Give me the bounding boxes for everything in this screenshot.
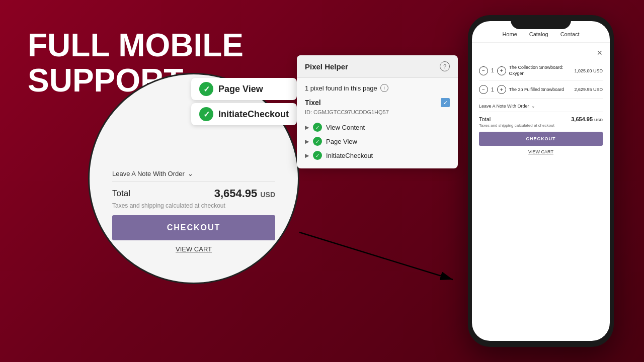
qty-number: 1 <box>491 68 494 73</box>
phone-total-amount: 3,654.95 USD <box>571 116 603 122</box>
qty-control: − 1 + <box>479 66 506 75</box>
svg-line-0 <box>299 232 453 280</box>
circle-checkout-button[interactable]: CHECKOUT <box>112 215 275 240</box>
event-badge-label: Page View <box>218 84 263 95</box>
check-icon: ✓ <box>199 82 213 96</box>
event-name: View Content <box>326 124 365 131</box>
cart-item-left: − 1 + The Collection Snowboard: Oxygen <box>479 65 570 76</box>
circle-total-label: Total <box>112 189 130 199</box>
qty-control: − 1 + <box>479 85 506 94</box>
arrow-icon: ▶ <box>305 124 309 131</box>
phone-view-cart[interactable]: VIEW CART <box>479 146 603 158</box>
phone-leave-note[interactable]: Leave A Note With Order ⌄ <box>479 99 603 112</box>
event-name: InitiateCheckout <box>326 152 373 159</box>
event-name: Page View <box>326 138 357 145</box>
phone-total-label: Total <box>479 116 491 122</box>
pixel-helper-help-icon[interactable]: ? <box>440 61 450 71</box>
circle-leave-note[interactable]: Leave A Note With Order ⌄ <box>112 166 275 182</box>
circle-tax-note: Taxes and shipping calculated at checkou… <box>112 202 275 209</box>
qty-increase-btn[interactable]: + <box>497 66 506 75</box>
tixel-id: ID: CGMJGTCC97UCDDG1HQ57 <box>305 109 450 115</box>
event-badge-pageview: ✓ Page View <box>191 78 297 100</box>
pixel-event-row[interactable]: ▶ ✓ View Content <box>305 120 450 134</box>
event-badge-label: InitiateCheckout <box>218 109 289 120</box>
cart-item-left: − 1 + The 3p Fulfilled Snowboard <box>479 85 564 94</box>
phone-total-row: Total 3,654.95 USD <box>479 112 603 123</box>
phone-tax-note: Taxes and shipping calculated at checkou… <box>479 123 603 128</box>
phone-checkout-button[interactable]: CHECKOUT <box>479 132 603 146</box>
circle-total-row: Total 3,654.95 USD <box>112 182 275 202</box>
phone-cart-content: ✕ − 1 + The Collection Snowboard: Oxygen… <box>472 43 610 164</box>
cart-item-name: The Collection Snowboard: Oxygen <box>509 65 570 76</box>
phone-close-bar: ✕ <box>479 49 603 57</box>
cart-item: − 1 + The 3p Fulfilled Snowboard 2,629.9… <box>479 81 603 99</box>
circle-inner-content: Leave A Note With Order ⌄ Total 3,654.95… <box>88 166 299 258</box>
pixel-event-row[interactable]: ▶ ✓ Page View <box>305 134 450 148</box>
phone-notch <box>511 15 571 29</box>
event-badge-initiatecheckout: ✓ InitiateCheckout <box>191 103 297 125</box>
heading-line1: FULL MOBILE <box>28 28 244 63</box>
pixel-helper-title: Pixel Helper <box>305 62 348 71</box>
pixel-found-text: 1 pixel found in this page i <box>305 84 450 92</box>
phone-close-button[interactable]: ✕ <box>597 49 603 57</box>
phone-nav-catalog[interactable]: Catalog <box>529 31 548 37</box>
pixel-helper-body: 1 pixel found in this page i Tixel ✓ ID:… <box>297 78 458 168</box>
event-check-icon: ✓ <box>313 151 322 160</box>
cart-item-price: 2,629.95 USD <box>574 87 603 92</box>
tixel-name: Tixel <box>305 99 321 107</box>
chevron-down-icon: ⌄ <box>188 170 193 177</box>
circle-leave-note-text: Leave A Note With Order <box>112 170 185 177</box>
event-check-icon: ✓ <box>313 123 322 132</box>
pixel-info-icon[interactable]: i <box>380 84 388 92</box>
circle-total-amount: 3,654.95 USD <box>214 187 275 200</box>
circle-top-events: ✓ Page View ✓ InitiateCheckout <box>191 78 297 125</box>
tixel-checkbox[interactable]: ✓ <box>441 98 450 107</box>
qty-increase-btn[interactable]: + <box>497 85 506 94</box>
qty-number: 1 <box>491 87 494 93</box>
arrow-icon: ▶ <box>305 138 309 145</box>
phone-nav-home[interactable]: Home <box>502 31 517 37</box>
phone-screen: Home Catalog Contact ✕ − 1 + The Collect… <box>472 21 610 341</box>
cart-item-name: The 3p Fulfilled Snowboard <box>509 87 565 93</box>
tixel-row: Tixel ✓ <box>305 98 450 107</box>
event-check-icon: ✓ <box>313 137 322 146</box>
pixel-helper-popup: Pixel Helper ? 1 pixel found in this pag… <box>297 55 458 168</box>
pixel-event-row[interactable]: ▶ ✓ InitiateCheckout <box>305 148 450 162</box>
chevron-down-icon: ⌄ <box>531 104 535 109</box>
arrow-icon: ▶ <box>305 152 309 159</box>
phone-nav-contact[interactable]: Contact <box>560 31 580 37</box>
circle-view-cart[interactable]: VIEW CART <box>112 240 275 258</box>
pixel-helper-header: Pixel Helper ? <box>297 55 458 78</box>
cart-item: − 1 + The Collection Snowboard: Oxygen 1… <box>479 61 603 81</box>
qty-decrease-btn[interactable]: − <box>479 85 488 94</box>
qty-decrease-btn[interactable]: − <box>479 66 488 75</box>
leave-note-text: Leave A Note With Order <box>479 104 529 109</box>
phone-frame: Home Catalog Contact ✕ − 1 + The Collect… <box>468 15 614 347</box>
cart-item-price: 1,025.00 USD <box>574 68 603 73</box>
check-icon: ✓ <box>199 107 213 121</box>
